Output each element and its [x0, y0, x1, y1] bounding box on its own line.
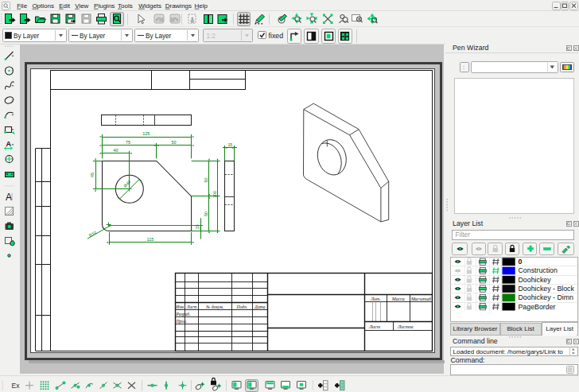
svg-text:PageBorder: PageBorder: [519, 303, 556, 311]
svg-text:Filter: Filter: [456, 231, 471, 239]
svg-text:By Layer: By Layer: [14, 33, 40, 40]
svg-text:Масштаб: Масштаб: [410, 297, 433, 301]
svg-text:100: 100: [212, 191, 217, 198]
svg-text::: :: [463, 64, 464, 70]
svg-text:Plugins: Plugins: [94, 2, 115, 10]
svg-text:1:2: 1:2: [207, 33, 216, 40]
svg-text:By Layer: By Layer: [80, 33, 106, 40]
svg-text:125: 125: [142, 131, 150, 136]
svg-text:By Layer: By Layer: [146, 33, 172, 40]
svg-text:Подп.: Подп.: [236, 305, 248, 309]
svg-text:№ докум.: № докум.: [205, 305, 223, 309]
svg-text:Library Browser: Library Browser: [453, 325, 497, 332]
svg-text:Лист: Лист: [185, 305, 196, 309]
svg-text:Construction: Construction: [519, 266, 558, 274]
svg-text:115: 115: [147, 237, 154, 242]
svg-text:fixed: fixed: [269, 32, 284, 40]
svg-text:Разраб.: Разраб.: [176, 312, 191, 316]
svg-text:Изм.: Изм.: [175, 305, 185, 309]
svg-text:Drawings: Drawings: [165, 2, 192, 10]
svg-text:Layer List: Layer List: [546, 325, 573, 332]
svg-text:Doohickey - Dimn: Doohickey - Dimn: [519, 293, 574, 301]
svg-text:Options: Options: [32, 2, 54, 10]
svg-text:Лит.: Лит.: [370, 297, 381, 301]
svg-text:50: 50: [171, 140, 176, 145]
svg-text:Layer List: Layer List: [453, 219, 484, 227]
svg-text:Масса: Масса: [391, 297, 405, 301]
svg-text:Widgets: Widgets: [138, 2, 161, 10]
svg-text:45: 45: [90, 173, 95, 177]
svg-text:A: A: [6, 140, 12, 148]
svg-text:Дата: Дата: [254, 305, 265, 309]
svg-text:A: A: [6, 192, 12, 203]
svg-text:Листов: Листов: [397, 324, 414, 329]
svg-text:Pen Wizard: Pen Wizard: [453, 44, 489, 52]
svg-text:Command:: Command:: [451, 356, 485, 364]
svg-text:Doohickey: Doohickey: [519, 276, 552, 284]
svg-text:Edit: Edit: [59, 2, 71, 10]
svg-text:Ex: Ex: [12, 382, 21, 390]
svg-text:15: 15: [227, 142, 232, 147]
svg-text:Block List: Block List: [507, 325, 534, 332]
svg-text:Лист: Лист: [368, 324, 381, 329]
svg-text:Loaded document: /home/garys/L: Loaded document: /home/garys/Link to: [453, 348, 564, 355]
svg-text:40: 40: [113, 148, 118, 153]
svg-text:View: View: [75, 2, 88, 10]
svg-text:0: 0: [519, 258, 523, 266]
svg-text:50: 50: [204, 212, 208, 216]
svg-text:Help: Help: [195, 2, 208, 10]
svg-text:Пров.: Пров.: [176, 319, 187, 324]
svg-text:Tools: Tools: [118, 2, 133, 10]
svg-text:Doohickey - Block: Doohickey - Block: [519, 285, 575, 293]
svg-text:Command line: Command line: [453, 337, 498, 345]
svg-text:File: File: [17, 2, 27, 10]
svg-text:50: 50: [204, 177, 208, 182]
svg-text:75: 75: [126, 140, 130, 145]
